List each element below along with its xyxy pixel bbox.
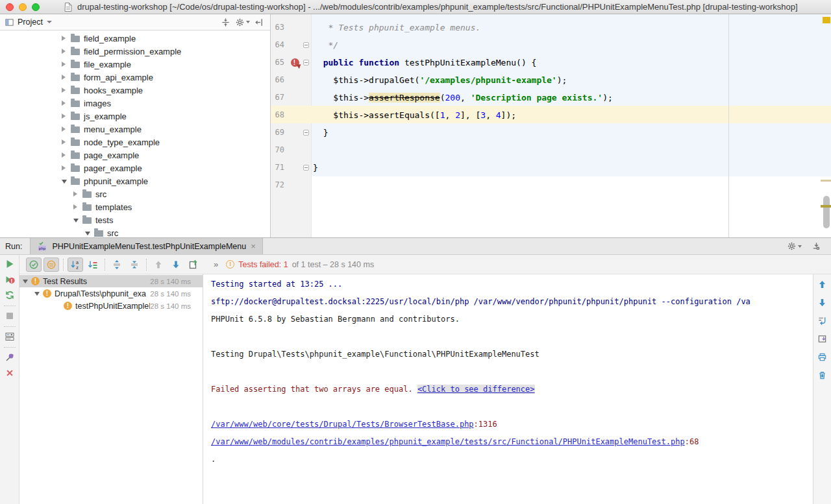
print-button[interactable] bbox=[816, 351, 829, 363]
test-tree-item[interactable]: Test Results28 s 140 ms bbox=[19, 275, 203, 287]
chevron-right-icon[interactable] bbox=[73, 191, 77, 197]
chevron-right-icon[interactable] bbox=[73, 204, 77, 210]
fold-toggle[interactable] bbox=[303, 42, 309, 48]
project-tree-item[interactable]: page_example bbox=[0, 149, 270, 162]
code-line[interactable]: 68 $this->assertEquals([1, 2], [3, 4]); bbox=[271, 106, 831, 124]
chevron-right-icon[interactable] bbox=[62, 165, 66, 171]
fold-toggle[interactable] bbox=[303, 165, 309, 171]
up-stack-button[interactable] bbox=[816, 278, 829, 290]
chevron-right-icon[interactable] bbox=[62, 101, 66, 106]
next-failed-button[interactable] bbox=[168, 258, 184, 272]
collapse-all-button[interactable] bbox=[127, 258, 142, 272]
code-line[interactable]: 66 $this->drupalGet('/examples/phpunit-e… bbox=[271, 71, 831, 89]
editor[interactable]: 63 * Tests phpunit_example menus.64 */65… bbox=[271, 14, 831, 237]
chevron-down-icon[interactable] bbox=[47, 21, 52, 23]
code-line[interactable]: 71} bbox=[271, 159, 831, 176]
project-tree-item[interactable]: src bbox=[0, 187, 270, 200]
chevron-right-icon[interactable] bbox=[62, 152, 66, 158]
jump-to-source-button[interactable] bbox=[816, 315, 829, 326]
chevron-right-icon[interactable] bbox=[62, 88, 66, 93]
stop-button[interactable] bbox=[3, 310, 16, 322]
project-panel-title[interactable]: Project bbox=[18, 18, 43, 27]
down-stack-button[interactable] bbox=[816, 296, 829, 308]
pin-button[interactable] bbox=[3, 352, 16, 363]
chevron-down-icon[interactable] bbox=[23, 280, 28, 283]
project-tree-item[interactable]: file_example bbox=[0, 58, 270, 71]
settings-button[interactable] bbox=[235, 16, 249, 29]
minimize-window-button[interactable] bbox=[19, 3, 27, 11]
chevron-down-icon[interactable] bbox=[73, 219, 79, 222]
hide-down-button[interactable] bbox=[809, 240, 823, 253]
failed-test-gutter-icon[interactable] bbox=[291, 58, 299, 67]
console-link[interactable]: /var/www/web/modules/contrib/examples/ph… bbox=[211, 437, 685, 446]
restore-layout-button[interactable] bbox=[3, 331, 16, 342]
project-tree-item[interactable]: form_api_example bbox=[0, 71, 270, 84]
chevron-right-icon[interactable] bbox=[62, 114, 66, 119]
project-tree-item[interactable]: menu_example bbox=[0, 123, 270, 136]
warning-stripe-indicator[interactable] bbox=[823, 17, 830, 23]
run-button[interactable] bbox=[3, 258, 16, 270]
chevron-down-icon[interactable] bbox=[34, 292, 40, 296]
rerun-failed-button[interactable]: ! bbox=[3, 274, 16, 285]
close-window-button[interactable] bbox=[6, 3, 14, 11]
code-line[interactable]: 65 public function testPhpUnitExampleMen… bbox=[271, 54, 831, 71]
sort-by-duration-button[interactable] bbox=[85, 258, 101, 272]
project-tree-item[interactable]: node_type_example bbox=[0, 136, 270, 149]
chevron-right-icon[interactable] bbox=[62, 139, 66, 145]
chevron-down-icon[interactable] bbox=[85, 232, 90, 235]
code-line[interactable]: 72 bbox=[271, 176, 831, 194]
code-line[interactable]: 64 */ bbox=[271, 36, 831, 54]
run-tab[interactable]: php PHPUnitExampleMenuTest.testPhpUnitEx… bbox=[30, 238, 262, 254]
chevron-right-icon[interactable] bbox=[62, 49, 66, 54]
chevron-right-icon[interactable] bbox=[62, 126, 66, 132]
test-tree-item[interactable]: testPhpUnitExampleMenu28 s 140 ms bbox=[19, 300, 203, 312]
previous-failed-button[interactable] bbox=[151, 258, 166, 272]
project-tree-item[interactable]: js_example bbox=[0, 110, 270, 123]
settings-button[interactable] bbox=[787, 240, 801, 253]
code-line[interactable]: 63 * Tests phpunit_example menus. bbox=[271, 19, 831, 36]
show-passed-button[interactable] bbox=[26, 258, 42, 272]
code-line[interactable]: 69 } bbox=[271, 124, 831, 141]
show-ignored-button[interactable] bbox=[43, 258, 59, 272]
project-tree-item[interactable]: src bbox=[0, 226, 270, 237]
fold-toggle[interactable] bbox=[303, 60, 309, 66]
editor-scrollbar[interactable] bbox=[823, 196, 830, 228]
rerun-button[interactable] bbox=[3, 289, 16, 301]
more-actions-chevron[interactable]: » bbox=[214, 259, 218, 269]
project-tree-item[interactable]: phpunit_example bbox=[0, 174, 270, 187]
project-tree-item[interactable]: pager_example bbox=[0, 162, 270, 174]
code-line[interactable]: 67 $this->assertResponse(200, 'Descripti… bbox=[271, 89, 831, 106]
hide-left-button[interactable] bbox=[252, 16, 266, 29]
test-console[interactable]: Testing started at 13:25 ...sftp://docke… bbox=[203, 274, 813, 504]
fold-toggle[interactable] bbox=[303, 130, 309, 136]
test-tree-item[interactable]: Drupal\Tests\phpunit_exa28 s 140 ms bbox=[19, 287, 203, 300]
chevron-right-icon[interactable] bbox=[62, 36, 66, 41]
zoom-window-button[interactable] bbox=[32, 3, 40, 11]
close-button[interactable] bbox=[3, 367, 16, 379]
code-line[interactable]: 70 bbox=[271, 141, 831, 159]
chevron-right-icon[interactable] bbox=[62, 62, 66, 67]
stripe-marker[interactable] bbox=[821, 180, 831, 182]
stripe-marker[interactable] bbox=[821, 205, 831, 208]
sort-alphabetically-button[interactable]: az bbox=[68, 258, 83, 272]
ide-window: drupal-testing-workshop [~/Code/os/drupa… bbox=[0, 0, 831, 504]
project-tree-item[interactable]: images bbox=[0, 97, 270, 110]
console-link[interactable]: <Click to see difference> bbox=[417, 385, 535, 394]
folder-icon bbox=[82, 204, 92, 211]
close-icon[interactable]: × bbox=[251, 242, 256, 250]
project-tree-item[interactable]: field_example bbox=[0, 32, 270, 45]
chevron-right-icon[interactable] bbox=[62, 75, 66, 80]
clear-button[interactable] bbox=[816, 369, 829, 381]
locate-button[interactable] bbox=[218, 16, 232, 29]
import-button[interactable] bbox=[816, 333, 829, 344]
tree-item-label: src bbox=[95, 189, 106, 199]
project-tree-item[interactable]: hooks_example bbox=[0, 84, 270, 97]
project-tree-item[interactable]: field_permission_example bbox=[0, 45, 270, 58]
project-tree-item[interactable]: templates bbox=[0, 200, 270, 213]
project-tree-item[interactable]: tests bbox=[0, 213, 270, 226]
console-link[interactable]: /var/www/web/core/tests/Drupal/Tests/Bro… bbox=[211, 420, 474, 429]
chevron-down-icon[interactable] bbox=[62, 180, 67, 184]
tree-item-label: node_type_example bbox=[84, 138, 160, 147]
import-results-button[interactable] bbox=[186, 258, 201, 272]
expand-all-button[interactable] bbox=[109, 258, 125, 272]
